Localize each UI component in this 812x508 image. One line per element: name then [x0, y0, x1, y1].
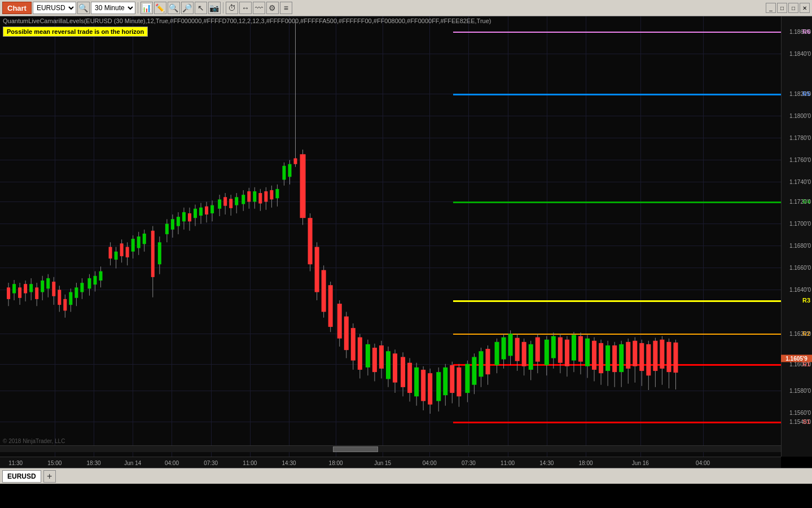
- svg-rect-105: [322, 270, 326, 312]
- search-icon[interactable]: 🔍: [77, 2, 90, 14]
- compare-icon[interactable]: ↔: [239, 2, 252, 14]
- scrollbar[interactable]: [0, 445, 781, 452]
- zoom-in-icon[interactable]: 🔍: [168, 2, 180, 14]
- minimize-button[interactable]: _: [766, 3, 776, 13]
- svg-rect-23: [69, 292, 72, 305]
- chart-canvas[interactable]: QuantumLiveCamarillaLevels(EURUSD (30 Mi…: [0, 16, 781, 457]
- add-tab-button[interactable]: +: [43, 470, 56, 483]
- time-1500: 15:00: [47, 460, 62, 466]
- svg-rect-1: [7, 287, 10, 299]
- svg-rect-103: [315, 247, 319, 292]
- candle-chart: [0, 16, 781, 457]
- svg-rect-131: [414, 367, 419, 396]
- candle-group-early: [7, 22, 678, 414]
- svg-rect-111: [344, 317, 349, 351]
- interval-icon[interactable]: ⏱: [226, 2, 238, 14]
- zoom-out-icon[interactable]: 🔎: [181, 2, 194, 14]
- time-1430b: 14:30: [539, 460, 554, 466]
- toolbar: Chart EURUSD GBPUSD USDJPY 🔍 30 Minute 1…: [0, 0, 812, 16]
- bar-chart-icon[interactable]: 📊: [141, 2, 153, 14]
- time-0400a: 04:00: [165, 460, 179, 466]
- price-1820: 1.1820'0: [789, 90, 811, 97]
- copyright: © 2018 NinjaTrader, LLC: [3, 438, 65, 444]
- svg-rect-25: [74, 287, 78, 297]
- svg-rect-67: [205, 207, 208, 214]
- svg-rect-163: [529, 344, 533, 370]
- separator-2: [223, 2, 223, 14]
- svg-rect-167: [545, 340, 549, 365]
- time-1800b: 18:00: [578, 460, 592, 466]
- settings-icon[interactable]: ⚙: [266, 2, 279, 14]
- camera-icon[interactable]: 📷: [208, 2, 221, 14]
- svg-rect-19: [58, 290, 61, 305]
- svg-rect-125: [393, 353, 397, 382]
- price-1740: 1.1740'0: [789, 178, 811, 185]
- svg-rect-9: [29, 284, 33, 292]
- svg-rect-29: [87, 278, 91, 288]
- svg-rect-153: [495, 342, 499, 365]
- list-icon[interactable]: ≡: [280, 2, 292, 14]
- svg-rect-107: [328, 285, 333, 327]
- svg-rect-15: [46, 278, 50, 288]
- svg-rect-113: [351, 328, 355, 360]
- svg-rect-121: [379, 345, 384, 369]
- svg-rect-199: [653, 341, 657, 371]
- svg-rect-5: [18, 287, 21, 297]
- time-1100a: 11:00: [243, 460, 257, 466]
- tab-eurusd[interactable]: EURUSD: [2, 470, 41, 483]
- svg-rect-101: [308, 218, 313, 264]
- price-1540: 1.1540'0: [789, 418, 811, 424]
- svg-rect-127: [401, 357, 405, 387]
- svg-rect-41: [126, 247, 129, 257]
- svg-rect-157: [508, 334, 513, 356]
- svg-rect-77: [235, 197, 238, 205]
- svg-rect-97: [294, 158, 297, 164]
- restore-button[interactable]: □: [777, 3, 787, 13]
- svg-rect-205: [673, 343, 678, 373]
- time-0400c: 04:00: [696, 460, 710, 466]
- price-1640: 1.1640'0: [789, 286, 811, 292]
- svg-rect-189: [619, 344, 624, 372]
- svg-rect-11: [35, 287, 38, 299]
- signal-icon[interactable]: 〰: [253, 2, 265, 14]
- svg-rect-79: [242, 195, 245, 204]
- svg-rect-197: [646, 344, 651, 375]
- svg-rect-35: [109, 247, 112, 259]
- svg-rect-71: [218, 199, 221, 208]
- svg-rect-191: [626, 342, 630, 369]
- chart-button[interactable]: Chart: [2, 2, 32, 14]
- separator-1: [138, 2, 138, 14]
- svg-rect-149: [479, 351, 483, 376]
- svg-rect-85: [258, 193, 262, 203]
- time-0730b: 07:30: [462, 460, 476, 466]
- price-1580: 1.1580'0: [789, 388, 811, 394]
- draw-icon[interactable]: ✏️: [154, 2, 166, 14]
- svg-rect-39: [120, 243, 124, 256]
- indicator-text: QuantumLiveCamarillaLevels(EURUSD (30 Mi…: [3, 17, 491, 24]
- timeframe-select[interactable]: 30 Minute 1 Minute 5 Minute 15 Minute 1 …: [91, 2, 135, 14]
- svg-rect-133: [421, 370, 425, 401]
- svg-rect-17: [52, 282, 55, 296]
- svg-rect-49: [151, 231, 155, 277]
- time-0400b: 04:00: [423, 460, 437, 466]
- svg-rect-185: [605, 345, 610, 371]
- svg-rect-143: [457, 367, 461, 396]
- svg-rect-173: [565, 340, 569, 366]
- svg-rect-37: [115, 252, 118, 260]
- svg-rect-109: [337, 304, 342, 339]
- svg-rect-75: [229, 199, 232, 208]
- maximize-button[interactable]: □: [788, 3, 798, 13]
- price-1760: 1.1760'0: [789, 156, 811, 163]
- svg-rect-177: [578, 336, 583, 362]
- time-jun14: Jun 14: [124, 460, 141, 466]
- scrollbar-thumb[interactable]: [333, 446, 378, 452]
- cursor-icon[interactable]: ↖: [195, 2, 207, 14]
- symbol-select[interactable]: EURUSD GBPUSD USDJPY: [33, 2, 76, 14]
- svg-rect-95: [288, 164, 291, 177]
- svg-rect-115: [358, 338, 362, 370]
- time-1130: 11:30: [8, 460, 23, 466]
- svg-rect-91: [275, 189, 279, 198]
- close-button[interactable]: ✕: [800, 3, 810, 13]
- svg-rect-47: [143, 234, 146, 244]
- price-1620: 1.1620'0: [789, 330, 811, 336]
